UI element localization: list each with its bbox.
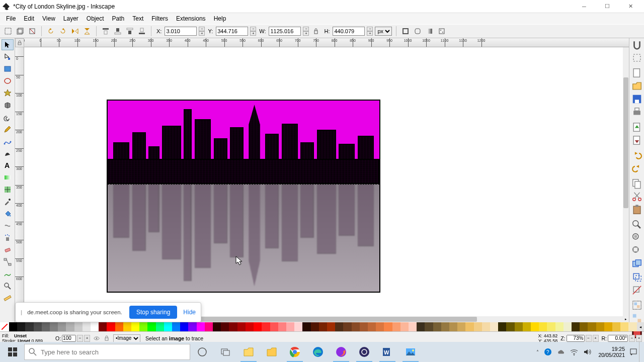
layer-lock-toggle[interactable] — [103, 335, 110, 342]
scale-corners-toggle[interactable] — [413, 26, 423, 36]
y-inc[interactable]: + — [250, 31, 256, 36]
layer-visibility-toggle[interactable] — [93, 335, 100, 342]
color-swatch[interactable] — [34, 322, 42, 331]
color-swatch[interactable] — [58, 322, 66, 331]
rotate-cw-button[interactable] — [58, 26, 68, 36]
ruler-vertical[interactable]: -100-50050100150200250300350400450500550… — [15, 47, 24, 322]
close-button[interactable]: ✕ — [619, 0, 642, 13]
app-edge[interactable] — [307, 342, 329, 362]
lower-bottom-button[interactable] — [137, 26, 147, 36]
color-swatch[interactable] — [197, 322, 205, 331]
color-swatch[interactable] — [555, 322, 564, 331]
snap-bbox[interactable] — [631, 52, 643, 63]
zoom-selection-button[interactable] — [631, 219, 643, 230]
menu-path[interactable]: Path — [108, 14, 129, 23]
star-tool[interactable] — [2, 87, 14, 99]
selector-tool[interactable] — [2, 39, 14, 50]
zoom-input[interactable] — [567, 335, 585, 342]
color-swatch[interactable] — [180, 322, 188, 331]
color-swatch[interactable] — [474, 322, 482, 331]
color-swatch[interactable] — [25, 322, 33, 331]
color-swatch[interactable] — [343, 322, 351, 331]
unlink-clone-button[interactable] — [631, 285, 643, 296]
app-word[interactable]: W — [376, 342, 398, 362]
color-swatch[interactable] — [221, 322, 229, 331]
color-swatch[interactable] — [302, 322, 310, 331]
color-swatch[interactable] — [604, 322, 612, 331]
raise-top-button[interactable] — [101, 26, 111, 36]
zoom-page-button[interactable] — [631, 245, 643, 256]
color-swatch[interactable] — [523, 322, 531, 331]
color-swatch[interactable] — [572, 322, 580, 331]
task-view-button[interactable] — [214, 342, 236, 362]
eraser-tool[interactable] — [2, 244, 14, 255]
volume-icon[interactable] — [583, 348, 591, 356]
wifi-icon[interactable] — [570, 348, 578, 356]
color-swatch[interactable] — [433, 322, 441, 331]
print-button[interactable] — [631, 107, 643, 118]
color-swatch[interactable] — [531, 322, 539, 331]
color-swatch[interactable] — [515, 322, 523, 331]
mesh-tool[interactable] — [2, 184, 14, 195]
color-swatch[interactable] — [588, 322, 596, 331]
color-swatch[interactable] — [50, 322, 58, 331]
cortana-button[interactable] — [191, 342, 213, 362]
menu-layer[interactable]: Layer — [59, 14, 83, 23]
drag-handle-icon[interactable]: || — [21, 310, 21, 315]
calligraphy-tool[interactable] — [2, 148, 14, 159]
color-swatch[interactable] — [270, 322, 278, 331]
spray-tool[interactable] — [2, 232, 14, 243]
color-swatch[interactable] — [172, 322, 180, 331]
new-doc-button[interactable] — [631, 67, 643, 78]
open-doc-button[interactable] — [631, 80, 643, 92]
color-swatch[interactable] — [164, 322, 172, 331]
color-swatch[interactable] — [156, 322, 164, 331]
scrollbar-vertical[interactable] — [623, 47, 629, 316]
color-swatch[interactable] — [596, 322, 604, 331]
color-swatch[interactable] — [83, 322, 91, 331]
color-swatch[interactable] — [66, 322, 74, 331]
color-swatch[interactable] — [237, 322, 246, 331]
menu-edit[interactable]: Edit — [20, 14, 38, 23]
scroll-corner[interactable]: ▸ — [623, 316, 629, 322]
import-button[interactable] — [631, 122, 643, 133]
lpe-tool[interactable] — [2, 268, 14, 280]
app-folder[interactable] — [261, 342, 283, 362]
color-swatch[interactable] — [17, 322, 25, 331]
opacity-dec[interactable]: − — [77, 335, 83, 342]
minimize-button[interactable]: ─ — [573, 0, 596, 13]
color-swatch[interactable] — [229, 322, 237, 331]
notifications-icon[interactable] — [629, 347, 638, 356]
zoom-inc[interactable]: + — [593, 335, 599, 342]
w-dec[interactable]: − — [303, 27, 309, 31]
rot-inc[interactable]: + — [636, 335, 642, 342]
y-dec[interactable]: − — [250, 27, 256, 31]
layer-select[interactable]: •Image — [113, 334, 140, 342]
help-icon[interactable]: ? — [544, 348, 552, 356]
dropper-tool[interactable] — [2, 196, 14, 207]
color-swatch[interactable] — [490, 322, 498, 331]
menu-text[interactable]: Text — [128, 14, 147, 23]
redo-button[interactable] — [631, 163, 643, 174]
undo-button[interactable] — [631, 150, 643, 161]
menu-file[interactable]: File — [2, 14, 20, 23]
menu-object[interactable]: Object — [83, 14, 108, 23]
clone-button[interactable] — [631, 272, 643, 283]
color-swatch[interactable] — [417, 322, 425, 331]
color-swatch[interactable] — [465, 322, 473, 331]
ruler-origin[interactable] — [15, 38, 24, 47]
group-button[interactable] — [631, 300, 643, 311]
3dbox-tool[interactable] — [2, 100, 14, 111]
color-swatch[interactable] — [482, 322, 490, 331]
color-swatch[interactable] — [278, 322, 286, 331]
color-swatch[interactable] — [139, 322, 147, 331]
hide-sharing-button[interactable]: Hide — [183, 309, 196, 316]
y-input[interactable] — [216, 27, 248, 36]
measure-tool[interactable] — [2, 293, 14, 304]
maximize-button[interactable]: ☐ — [596, 0, 619, 13]
color-swatch[interactable] — [539, 322, 547, 331]
pencil-tool[interactable] — [2, 124, 14, 135]
color-swatch[interactable] — [246, 322, 254, 331]
color-swatch[interactable] — [254, 322, 262, 331]
color-swatch[interactable] — [384, 322, 392, 331]
